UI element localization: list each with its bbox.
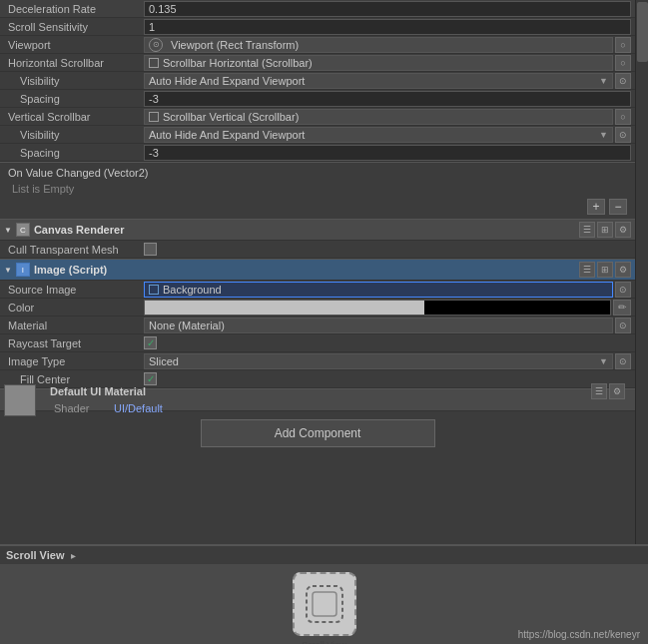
h-spacing-value[interactable]: -3	[144, 91, 631, 107]
v-visibility-select[interactable]: Auto Hide And Expand Viewport ▼	[144, 127, 613, 143]
viewport-field[interactable]: ⊙ Viewport (Rect Transform)	[144, 37, 613, 53]
h-scrollbar-icon	[149, 58, 159, 68]
h-visibility-row: Visibility Auto Hide And Expand Viewport…	[0, 72, 635, 90]
cull-transparent-label: Cull Transparent Mesh	[4, 244, 144, 256]
source-image-circle-btn[interactable]: ⊙	[615, 282, 631, 298]
raycast-checkbox[interactable]	[144, 336, 157, 349]
image-type-arrow: ▼	[599, 356, 608, 366]
h-scrollbar-field[interactable]: Scrollbar Horizontal (Scrollbar)	[144, 55, 613, 71]
add-component-section: Add Component	[0, 411, 635, 455]
image-script-icon: I	[16, 263, 30, 277]
material-field[interactable]: None (Material)	[144, 318, 613, 333]
image-type-dot[interactable]: ⊙	[615, 353, 631, 369]
color-label: Color	[4, 302, 144, 314]
material-row: Material None (Material) ⊙	[0, 317, 635, 334]
eyedropper-btn[interactable]: ✏	[613, 300, 631, 316]
event-section: On Value Changed (Vector2) List is Empty…	[0, 162, 635, 219]
source-image-text: Background	[163, 284, 222, 296]
preview-widget: Scroll View Image Size: 32x32	[293, 572, 356, 636]
cull-transparent-row: Cull Transparent Mesh	[0, 241, 635, 259]
deceleration-value[interactable]: 0.135	[144, 1, 631, 17]
inspector-panel: Deceleration Rate 0.135 Scroll Sensitivi…	[0, 0, 648, 544]
canvas-renderer-gear-btn[interactable]: ⚙	[615, 222, 631, 238]
material-header: Default UI Material ☰ ⚙ Shader UI/Defaul…	[0, 389, 635, 411]
event-remove-btn[interactable]: −	[609, 199, 627, 215]
event-header: On Value Changed (Vector2)	[4, 165, 631, 181]
canvas-renderer-grid-btn[interactable]: ⊞	[597, 222, 613, 238]
cull-transparent-checkbox[interactable]	[144, 243, 157, 256]
h-visibility-label: Visibility	[4, 75, 144, 87]
h-scrollbar-label: Horizontal Scrollbar	[4, 57, 144, 69]
image-script-icons: ☰ ⊞ ⚙	[579, 262, 631, 278]
h-spacing-row: Spacing -3	[0, 90, 635, 108]
v-scrollbar-circle-btn[interactable]: ○	[615, 109, 631, 125]
material-preview	[4, 384, 36, 416]
v-scrollbar-icon	[149, 112, 159, 122]
canvas-renderer-book-btn[interactable]: ☰	[579, 222, 595, 238]
add-component-button[interactable]: Add Component	[201, 419, 435, 447]
viewport-row: Viewport ⊙ Viewport (Rect Transform) ○	[0, 36, 635, 54]
v-visibility-arrow: ▼	[599, 130, 608, 140]
material-text: None (Material)	[149, 320, 225, 331]
scroll-view-bar: Scroll View ▸	[0, 544, 648, 564]
vertical-scrollbar[interactable]	[635, 0, 648, 544]
h-visibility-value-area: Auto Hide And Expand Viewport ▼ ⊙	[144, 73, 631, 89]
image-type-row: Image Type Sliced ▼ ⊙	[0, 352, 635, 370]
viewport-value-area: ⊙ Viewport (Rect Transform) ○	[144, 37, 631, 53]
image-script-header: ▼ I Image (Script) ☰ ⊞ ⚙	[0, 259, 635, 281]
source-image-icon	[149, 285, 159, 295]
scrollbar-thumb[interactable]	[637, 2, 648, 62]
h-scrollbar-text: Scrollbar Horizontal (Scrollbar)	[163, 57, 313, 69]
canvas-renderer-icon: C	[16, 223, 30, 237]
image-script-triangle: ▼	[4, 266, 12, 275]
v-visibility-value-area: Auto Hide And Expand Viewport ▼ ⊙	[144, 127, 631, 143]
image-script-grid-btn[interactable]: ⊞	[597, 262, 613, 278]
source-image-label: Source Image	[4, 284, 144, 296]
color-row: Color ✏	[0, 299, 635, 317]
raycast-row: Raycast Target	[0, 334, 635, 352]
material-circle-btn[interactable]: ⊙	[615, 318, 631, 333]
h-scrollbar-circle-btn[interactable]: ○	[615, 55, 631, 71]
h-visibility-dot[interactable]: ⊙	[615, 73, 631, 89]
image-script-book-btn[interactable]: ☰	[579, 262, 595, 278]
image-type-label: Image Type	[4, 355, 144, 367]
v-spacing-label: Spacing	[4, 147, 144, 159]
shader-value[interactable]: UI/Default	[114, 402, 163, 414]
scroll-sensitivity-label: Scroll Sensitivity	[4, 21, 144, 33]
image-type-text: Sliced	[149, 355, 179, 367]
image-type-select[interactable]: Sliced ▼	[144, 353, 613, 369]
material-icons: ☰ ⚙	[591, 383, 625, 399]
v-scrollbar-value-area: Scrollbar Vertical (Scrollbar) ○	[144, 109, 631, 125]
h-visibility-arrow: ▼	[599, 76, 608, 86]
viewport-circle-btn[interactable]: ○	[615, 37, 631, 53]
color-field-inner	[145, 301, 610, 315]
v-scrollbar-field[interactable]: Scrollbar Vertical (Scrollbar)	[144, 109, 613, 125]
viewport-icon: ⊙	[149, 38, 163, 52]
viewport-text: Viewport (Rect Transform)	[171, 39, 299, 51]
v-visibility-row: Visibility Auto Hide And Expand Viewport…	[0, 126, 635, 144]
material-info: Default UI Material ☰ ⚙ Shader UI/Defaul…	[44, 383, 631, 417]
scroll-view-dot[interactable]: ▸	[71, 550, 76, 561]
h-scrollbar-row: Horizontal Scrollbar Scrollbar Horizonta…	[0, 54, 635, 72]
image-script-gear-btn[interactable]: ⚙	[615, 262, 631, 278]
color-field[interactable]	[144, 300, 611, 316]
event-add-btn[interactable]: +	[587, 199, 605, 215]
source-image-field[interactable]: Background	[144, 282, 613, 298]
material-value-area: None (Material) ⊙	[144, 318, 631, 333]
image-type-value-area: Sliced ▼ ⊙	[144, 353, 631, 369]
material-gear-btn[interactable]: ⚙	[609, 383, 625, 399]
deceleration-row: Deceleration Rate 0.135	[0, 0, 635, 18]
deceleration-label: Deceleration Rate	[4, 3, 144, 15]
scroll-sensitivity-value[interactable]: 1	[144, 19, 631, 35]
v-visibility-dot[interactable]: ⊙	[615, 127, 631, 143]
material-book-btn[interactable]: ☰	[591, 383, 607, 399]
v-visibility-label: Visibility	[4, 129, 144, 141]
h-visibility-select[interactable]: Auto Hide And Expand Viewport ▼	[144, 73, 613, 89]
preview-widget-label: Scroll View	[302, 640, 345, 644]
v-spacing-row: Spacing -3	[0, 144, 635, 162]
v-scrollbar-text: Scrollbar Vertical (Scrollbar)	[163, 111, 299, 123]
material-title: Default UI Material	[50, 385, 146, 397]
v-spacing-value[interactable]: -3	[144, 145, 631, 161]
source-image-value-area: Background ⊙	[144, 282, 631, 298]
watermark: https://blog.csdn.net/keneyr	[518, 629, 640, 640]
